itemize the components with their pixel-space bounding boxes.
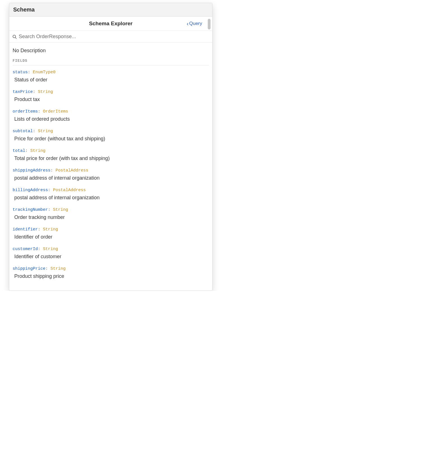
field-description: Product shipping price <box>13 273 209 279</box>
field-row: identifier: StringIdentifier of order <box>13 226 209 240</box>
field-description: Identifier of customer <box>13 254 209 260</box>
field-signature: shippingAddress: PostalAddress <box>13 168 209 173</box>
colon-separator: : <box>38 109 43 114</box>
fields-list: status: EnumType0Status of ordertaxPrice… <box>13 69 209 279</box>
field-description: postal address of internal organization <box>13 175 209 181</box>
field-name-link[interactable]: billingAddress <box>13 188 48 193</box>
field-row: customerId: StringIdentifier of customer <box>13 246 209 260</box>
colon-separator: : <box>48 188 53 193</box>
field-description: Total price for order (with tax and ship… <box>13 155 209 161</box>
field-signature: subtotal: String <box>13 128 209 134</box>
field-row: orderItems: OrderItemsLists of ordered p… <box>13 109 209 122</box>
colon-separator: : <box>33 90 38 94</box>
field-signature: total: String <box>13 148 209 154</box>
explorer-toolbar: Schema Explorer ‹ Query <box>9 17 212 31</box>
field-name-link[interactable]: subtotal <box>13 129 33 134</box>
field-description: Order tracking number <box>13 214 209 220</box>
panel-title: Schema <box>9 3 212 17</box>
field-type-link[interactable]: String <box>43 227 58 232</box>
field-row: taxPrice: StringProduct tax <box>13 89 209 102</box>
chevron-left-icon: ‹ <box>187 21 189 26</box>
field-signature: taxPrice: String <box>13 89 209 95</box>
svg-line-1 <box>15 38 17 39</box>
field-row: shippingAddress: PostalAddresspostal add… <box>13 168 209 181</box>
field-type-link[interactable]: String <box>50 266 66 271</box>
search-icon <box>12 34 17 39</box>
colon-separator: : <box>25 148 30 153</box>
field-row: status: EnumType0Status of order <box>13 69 209 83</box>
colon-separator: : <box>28 70 33 75</box>
field-row: billingAddress: PostalAddresspostal addr… <box>13 187 209 201</box>
field-row: total: StringTotal price for order (with… <box>13 148 209 161</box>
field-name-link[interactable]: taxPrice <box>13 90 33 94</box>
field-type-link[interactable]: PostalAddress <box>56 168 88 173</box>
field-type-link[interactable]: String <box>38 90 53 94</box>
scrollbar-thumb[interactable] <box>208 19 211 29</box>
field-row: shippingPrice: StringProduct shipping pr… <box>13 266 209 279</box>
colon-separator: : <box>48 207 53 212</box>
field-type-link[interactable]: OrderItems <box>43 109 68 114</box>
explorer-title: Schema Explorer <box>89 20 132 27</box>
field-name-link[interactable]: shippingPrice <box>13 266 45 271</box>
field-name-link[interactable]: total <box>13 148 25 153</box>
field-name-link[interactable]: orderItems <box>13 109 38 114</box>
colon-separator: : <box>50 168 56 173</box>
field-name-link[interactable]: customerId <box>13 247 38 251</box>
field-type-link[interactable]: String <box>53 207 68 212</box>
field-type-link[interactable]: String <box>30 148 45 153</box>
field-description: Price for order (without tax and shippin… <box>13 136 209 142</box>
field-name-link[interactable]: identifier <box>13 227 38 232</box>
field-name-link[interactable]: trackingNumber <box>13 207 48 212</box>
field-signature: trackingNumber: String <box>13 207 209 213</box>
back-button[interactable]: ‹ Query <box>187 21 202 26</box>
search-row <box>9 31 212 43</box>
field-signature: status: EnumType0 <box>13 69 209 75</box>
colon-separator: : <box>45 266 50 271</box>
field-description: Identifier of order <box>13 234 209 240</box>
type-description: No Description <box>13 46 209 59</box>
schema-body: No Description FIELDS status: EnumType0S… <box>9 43 212 290</box>
field-type-link[interactable]: PostalAddress <box>53 188 86 193</box>
field-row: trackingNumber: StringOrder tracking num… <box>13 207 209 220</box>
colon-separator: : <box>33 129 38 134</box>
field-signature: customerId: String <box>13 246 209 252</box>
svg-point-0 <box>13 35 16 38</box>
fields-section-label: FIELDS <box>13 59 209 65</box>
colon-separator: : <box>38 247 43 251</box>
field-description: Product tax <box>13 97 209 102</box>
field-description: Status of order <box>13 77 209 83</box>
field-description: postal address of internal organization <box>13 195 209 201</box>
field-type-link[interactable]: EnumType0 <box>33 70 56 75</box>
field-name-link[interactable]: status <box>13 70 28 75</box>
search-input[interactable] <box>19 34 209 40</box>
back-label: Query <box>189 21 202 26</box>
field-type-link[interactable]: String <box>38 129 53 134</box>
field-row: subtotal: StringPrice for order (without… <box>13 128 209 142</box>
field-name-link[interactable]: shippingAddress <box>13 168 50 173</box>
field-type-link[interactable]: String <box>43 247 58 251</box>
field-signature: orderItems: OrderItems <box>13 109 209 115</box>
field-signature: shippingPrice: String <box>13 266 209 272</box>
colon-separator: : <box>38 227 43 232</box>
field-description: Lists of ordered products <box>13 116 209 122</box>
field-signature: identifier: String <box>13 226 209 232</box>
schema-panel: Schema Schema Explorer ‹ Query No Descri… <box>9 3 213 291</box>
field-signature: billingAddress: PostalAddress <box>13 187 209 193</box>
